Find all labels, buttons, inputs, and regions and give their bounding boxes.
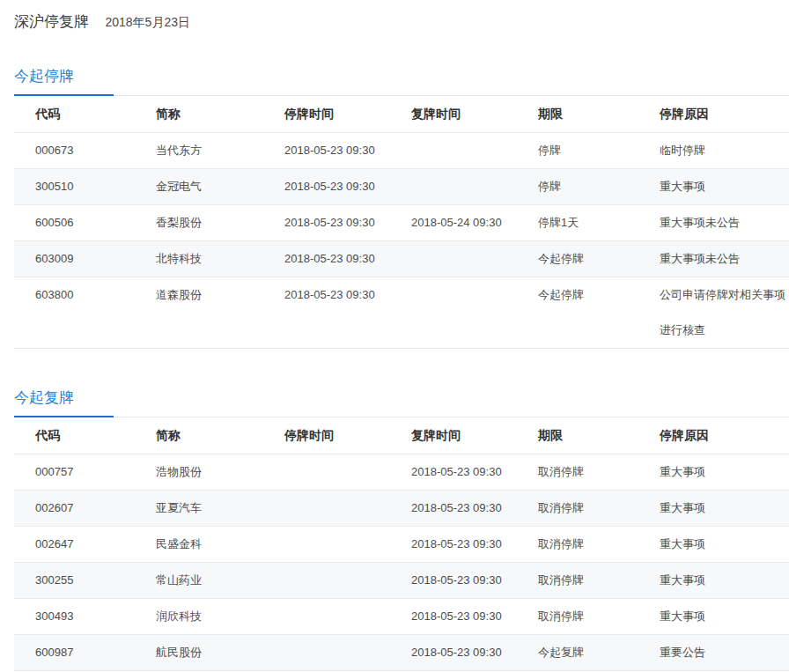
table-cell: 临时停牌 bbox=[638, 133, 789, 169]
table-cell: 2018-05-23 09:30 bbox=[390, 454, 517, 491]
table-cell: 重要公告 bbox=[638, 635, 789, 671]
suspend-table-header: 代码 简称 停牌时间 复牌时间 期限 停牌原因 bbox=[14, 96, 789, 133]
table-cell: 2018-05-23 09:30 bbox=[390, 563, 517, 599]
table-row: 300493润欣科技2018-05-23 09:30取消停牌重大事项 bbox=[14, 599, 789, 635]
table-cell: 停牌 bbox=[517, 169, 638, 205]
table-cell: 常山药业 bbox=[135, 563, 263, 599]
resume-table-header: 代码 简称 停牌时间 复牌时间 期限 停牌原因 bbox=[14, 417, 789, 454]
table-row: 002647民盛金科2018-05-23 09:30取消停牌重大事项 bbox=[14, 527, 789, 563]
table-cell: 2018-05-23 09:30 bbox=[390, 599, 517, 635]
table-cell: 取消停牌 bbox=[517, 454, 638, 491]
table-cell: 金冠电气 bbox=[135, 169, 263, 205]
section-resume-today: 今起复牌 代码 简称 停牌时间 复牌时间 期限 停牌原因 000757浩物股份2… bbox=[14, 389, 789, 671]
table-cell: 取消停牌 bbox=[517, 563, 638, 599]
resume-table-body: 000757浩物股份2018-05-23 09:30取消停牌重大事项002607… bbox=[14, 454, 789, 671]
table-header-row: 代码 简称 停牌时间 复牌时间 期限 停牌原因 bbox=[14, 96, 789, 133]
table-cell: 2018-05-23 09:30 bbox=[263, 241, 390, 277]
table-cell: 000757 bbox=[14, 454, 135, 491]
table-cell: 002607 bbox=[14, 491, 135, 527]
table-row: 300255常山药业2018-05-23 09:30取消停牌重大事项 bbox=[14, 563, 789, 599]
table-row: 600987航民股份2018-05-23 09:30今起复牌重要公告 bbox=[14, 635, 789, 671]
table-row: 600506香梨股份2018-05-23 09:302018-05-24 09:… bbox=[14, 205, 789, 241]
table-cell: 000673 bbox=[14, 133, 135, 169]
table-cell: 重大事项 bbox=[638, 169, 789, 205]
table-cell: 民盛金科 bbox=[135, 527, 263, 563]
table-cell: 300493 bbox=[14, 599, 135, 635]
column-header-code: 代码 bbox=[14, 96, 135, 133]
table-cell bbox=[263, 563, 390, 599]
column-header-term: 期限 bbox=[517, 96, 638, 133]
table-cell: 603800 bbox=[14, 277, 135, 349]
column-header-reason: 停牌原因 bbox=[638, 417, 789, 454]
section-suspend-today: 今起停牌 代码 简称 停牌时间 复牌时间 期限 停牌原因 000673当代东方2… bbox=[14, 68, 789, 349]
table-header-row: 代码 简称 停牌时间 复牌时间 期限 停牌原因 bbox=[14, 417, 789, 454]
table-row: 603009北特科技2018-05-23 09:30今起停牌重大事项未公告 bbox=[14, 241, 789, 277]
active-tab-indicator bbox=[14, 94, 114, 96]
table-cell: 重大事项 bbox=[638, 491, 789, 527]
column-header-suspend-time: 停牌时间 bbox=[263, 417, 390, 454]
table-cell bbox=[263, 599, 390, 635]
table-row: 603800道森股份2018-05-23 09:30今起停牌公司申请停牌对相关事… bbox=[14, 277, 789, 349]
table-cell: 2018-05-23 09:30 bbox=[263, 277, 390, 349]
suspend-tab-bar: 今起停牌 bbox=[14, 68, 789, 96]
column-header-reason: 停牌原因 bbox=[638, 96, 789, 133]
active-tab-indicator bbox=[14, 416, 114, 417]
table-cell: 香梨股份 bbox=[135, 205, 263, 241]
table-cell: 2018-05-23 09:30 bbox=[263, 205, 390, 241]
table-cell: 重大事项 bbox=[638, 527, 789, 563]
table-cell: 道森股份 bbox=[135, 277, 263, 349]
table-cell: 600987 bbox=[14, 635, 135, 671]
table-cell: 停牌 bbox=[517, 133, 638, 169]
page-date: 2018年5月23日 bbox=[105, 15, 190, 31]
table-cell: 2018-05-23 09:30 bbox=[263, 133, 390, 169]
column-header-resume-time: 复牌时间 bbox=[390, 96, 517, 133]
table-cell: 2018-05-23 09:30 bbox=[390, 527, 517, 563]
table-cell: 重大事项 bbox=[638, 563, 789, 599]
table-cell: 公司申请停牌对相关事项进行核查 bbox=[638, 277, 789, 349]
table-cell: 停牌1天 bbox=[517, 205, 638, 241]
table-cell: 重大事项未公告 bbox=[638, 241, 789, 277]
table-cell: 2018-05-23 09:30 bbox=[390, 491, 517, 527]
table-cell bbox=[263, 491, 390, 527]
suspend-table-body: 000673当代东方2018-05-23 09:30停牌临时停牌300510金冠… bbox=[14, 133, 789, 349]
resume-table: 代码 简称 停牌时间 复牌时间 期限 停牌原因 000757浩物股份2018-0… bbox=[14, 417, 789, 671]
page-content: 深沪停复牌 2018年5月23日 今起停牌 代码 简称 停牌时间 复牌时间 期限… bbox=[14, 0, 789, 671]
table-cell: 取消停牌 bbox=[517, 527, 638, 563]
table-cell: 今起停牌 bbox=[517, 277, 638, 349]
table-cell: 603009 bbox=[14, 241, 135, 277]
column-header-name: 简称 bbox=[135, 417, 263, 454]
table-cell: 取消停牌 bbox=[517, 491, 638, 527]
table-cell: 航民股份 bbox=[135, 635, 263, 671]
table-cell bbox=[263, 454, 390, 491]
table-cell: 2018-05-23 09:30 bbox=[263, 169, 390, 205]
table-row: 002607亚夏汽车2018-05-23 09:30取消停牌重大事项 bbox=[14, 491, 789, 527]
table-cell: 今起停牌 bbox=[517, 241, 638, 277]
table-cell: 润欣科技 bbox=[135, 599, 263, 635]
column-header-suspend-time: 停牌时间 bbox=[263, 96, 390, 133]
table-cell: 浩物股份 bbox=[135, 454, 263, 491]
table-row: 300510金冠电气2018-05-23 09:30停牌重大事项 bbox=[14, 169, 789, 205]
table-cell: 当代东方 bbox=[135, 133, 263, 169]
table-cell: 300255 bbox=[14, 563, 135, 599]
table-row: 000673当代东方2018-05-23 09:30停牌临时停牌 bbox=[14, 133, 789, 169]
tab-suspend-today[interactable]: 今起停牌 bbox=[14, 68, 74, 95]
table-cell: 2018-05-24 09:30 bbox=[390, 205, 517, 241]
column-header-term: 期限 bbox=[517, 417, 638, 454]
suspend-table: 代码 简称 停牌时间 复牌时间 期限 停牌原因 000673当代东方2018-0… bbox=[14, 96, 789, 349]
table-cell: 今起复牌 bbox=[517, 635, 638, 671]
column-header-name: 简称 bbox=[135, 96, 263, 133]
table-cell: 600506 bbox=[14, 205, 135, 241]
table-cell: 300510 bbox=[14, 169, 135, 205]
table-cell bbox=[390, 133, 517, 169]
column-header-resume-time: 复牌时间 bbox=[390, 417, 517, 454]
column-header-code: 代码 bbox=[14, 417, 135, 454]
table-cell: 亚夏汽车 bbox=[135, 491, 263, 527]
table-cell: 北特科技 bbox=[135, 241, 263, 277]
resume-tab-bar: 今起复牌 bbox=[14, 389, 789, 417]
table-cell bbox=[263, 527, 390, 563]
table-cell: 002647 bbox=[14, 527, 135, 563]
table-cell: 重大事项 bbox=[638, 454, 789, 491]
table-cell: 2018-05-23 09:30 bbox=[390, 635, 517, 671]
tab-resume-today[interactable]: 今起复牌 bbox=[14, 389, 74, 417]
table-cell bbox=[390, 241, 517, 277]
